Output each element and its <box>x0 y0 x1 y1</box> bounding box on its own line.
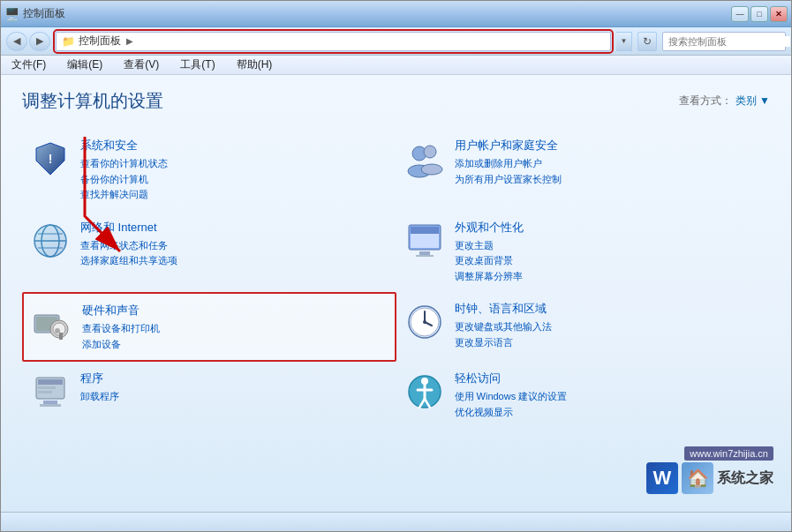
svg-rect-16 <box>416 255 434 257</box>
page-title: 调整计算机的设置 <box>22 89 163 113</box>
category-appearance: 外观和个性化 更改主题 更改桌面背景 调整屏幕分辨率 <box>396 211 771 293</box>
icon-programs <box>29 371 72 413</box>
maximize-button[interactable]: □ <box>751 6 768 22</box>
address-separator: ▶ <box>126 36 133 46</box>
sub-links-system-security: 查看你的计算机状态 备份你的计算机 查找并解决问题 <box>80 156 168 202</box>
icon-hardware <box>31 303 73 345</box>
category-user-accounts: 用户帐户和家庭安全 添加或删除用户帐户 为所有用户设置家长控制 <box>396 129 771 211</box>
watermark-url: www.win7zhijia.cn <box>684 446 773 461</box>
sub-links-network: 查看网络状态和任务 选择家庭组和共享选项 <box>80 238 177 268</box>
icon-clock <box>404 301 446 343</box>
icon-user-accounts <box>404 138 446 180</box>
sub-link-2-0[interactable]: 查看网络状态和任务 <box>80 238 177 253</box>
refresh-button[interactable]: ↻ <box>637 32 657 51</box>
svg-rect-32 <box>43 401 57 404</box>
status-bar <box>1 512 791 531</box>
sub-link-3-0[interactable]: 更改主题 <box>455 238 524 253</box>
sub-link-0-0[interactable]: 查看你的计算机状态 <box>80 156 168 171</box>
address-bar: ◀ ▶ 📁 控制面板 ▶ ▼ ↻ 🔍 <box>1 27 791 56</box>
close-button[interactable]: ✕ <box>770 6 788 22</box>
svg-rect-22 <box>59 333 63 340</box>
sub-link-4-0[interactable]: 查看设备和打印机 <box>82 321 160 336</box>
title-bar-left: 🖥️ 控制面板 <box>4 6 65 21</box>
menu-edit[interactable]: 编辑(E) <box>64 56 106 74</box>
sub-link-7-1[interactable]: 优化视频显示 <box>455 405 568 420</box>
svg-rect-15 <box>419 251 430 255</box>
category-title-user-accounts[interactable]: 用户帐户和家庭安全 <box>455 138 562 154</box>
main-content: 调整计算机的设置 查看方式： 类别 ▼ <box>1 75 791 512</box>
sub-links-hardware: 查看设备和打印机 添加设备 <box>82 321 160 351</box>
sub-link-1-0[interactable]: 添加或删除用户帐户 <box>455 156 562 171</box>
address-icon: 📁 <box>62 35 75 48</box>
back-button[interactable]: ◀ <box>6 32 27 51</box>
category-text-network: 网络和 Internet 查看网络状态和任务 选择家庭组和共享选项 <box>80 220 177 268</box>
sub-links-appearance: 更改主题 更改桌面背景 调整屏幕分辨率 <box>455 238 524 284</box>
view-selector: 查看方式： 类别 ▼ <box>679 94 770 109</box>
sub-link-0-2[interactable]: 查找并解决问题 <box>80 187 168 202</box>
category-title-network[interactable]: 网络和 Internet <box>80 220 177 236</box>
category-hardware: 硬件和声音 查看设备和打印机 添加设备 <box>22 292 396 362</box>
sub-link-6-0[interactable]: 卸载程序 <box>80 389 119 404</box>
svg-point-11 <box>34 225 66 257</box>
category-network: 网络和 Internet 查看网络状态和任务 选择家庭组和共享选项 <box>22 211 396 293</box>
sub-link-0-1[interactable]: 备份你的计算机 <box>80 172 168 187</box>
title-bar: 🖥️ 控制面板 — □ ✕ <box>1 1 791 27</box>
search-box[interactable]: 🔍 <box>662 32 786 51</box>
watermark-brand: 系统之家 <box>717 469 773 488</box>
forward-button[interactable]: ▶ <box>29 32 50 51</box>
category-title-clock[interactable]: 时钟、语言和区域 <box>455 301 552 317</box>
watermark-w-icon: W <box>646 462 678 494</box>
category-system-security: ! 系统和安全 查看你的计算机状态 备份你的计算机 查找并解决问题 <box>22 129 396 211</box>
sub-link-5-1[interactable]: 更改显示语言 <box>455 335 552 350</box>
category-title-appearance[interactable]: 外观和个性化 <box>455 220 524 236</box>
window-title: 控制面板 <box>23 6 65 21</box>
icon-appearance <box>404 220 446 262</box>
svg-rect-31 <box>38 391 52 393</box>
sub-link-7-0[interactable]: 使用 Windows 建议的设置 <box>455 389 568 404</box>
category-title-system-security[interactable]: 系统和安全 <box>80 138 168 154</box>
category-text-system-security: 系统和安全 查看你的计算机状态 备份你的计算机 查找并解决问题 <box>80 138 168 202</box>
sub-link-1-1[interactable]: 为所有用户设置家长控制 <box>455 172 562 187</box>
menu-help[interactable]: 帮助(H) <box>233 56 276 74</box>
sub-links-user-accounts: 添加或删除用户帐户 为所有用户设置家长控制 <box>455 156 562 186</box>
menu-file[interactable]: 文件(F) <box>8 56 49 74</box>
icon-system-security: ! <box>29 138 72 180</box>
svg-rect-29 <box>38 379 63 385</box>
svg-point-5 <box>421 164 442 175</box>
menu-bar: 文件(F) 编辑(E) 查看(V) 工具(T) 帮助(H) <box>1 56 791 75</box>
minimize-button[interactable]: — <box>731 6 749 22</box>
address-path: 控制面板 <box>79 34 121 49</box>
category-title-programs[interactable]: 程序 <box>80 371 119 386</box>
svg-rect-30 <box>38 386 56 389</box>
view-label: 查看方式： <box>679 94 732 109</box>
category-text-programs: 程序 卸载程序 <box>80 371 119 404</box>
icon-network <box>29 220 72 262</box>
svg-text:!: ! <box>49 152 53 166</box>
sub-link-4-1[interactable]: 添加设备 <box>82 337 160 352</box>
watermark-logo: W 🏠 系统之家 <box>646 462 773 494</box>
sub-link-3-1[interactable]: 更改桌面背景 <box>455 253 524 268</box>
category-title-accessibility[interactable]: 轻松访问 <box>455 371 568 386</box>
address-dropdown[interactable]: ▼ <box>616 32 632 51</box>
category-programs: 程序 卸载程序 <box>22 362 396 428</box>
window-controls: — □ ✕ <box>731 6 788 22</box>
address-box[interactable]: 📁 控制面板 ▶ <box>56 32 611 51</box>
menu-view[interactable]: 查看(V) <box>120 56 162 74</box>
sub-link-2-1[interactable]: 选择家庭组和共享选项 <box>80 253 177 268</box>
categories-grid: ! 系统和安全 查看你的计算机状态 备份你的计算机 查找并解决问题 <box>22 129 770 428</box>
category-text-user-accounts: 用户帐户和家庭安全 添加或删除用户帐户 为所有用户设置家长控制 <box>455 138 562 186</box>
svg-rect-33 <box>40 404 61 407</box>
sub-link-5-0[interactable]: 更改键盘或其他输入法 <box>455 319 552 334</box>
page-header: 调整计算机的设置 查看方式： 类别 ▼ <box>22 89 770 113</box>
menu-tools[interactable]: 工具(T) <box>177 56 218 74</box>
icon-accessibility <box>404 371 446 413</box>
svg-point-27 <box>423 320 426 324</box>
category-text-accessibility: 轻松访问 使用 Windows 建议的设置 优化视频显示 <box>455 371 568 419</box>
view-dropdown[interactable]: 类别 ▼ <box>735 94 770 109</box>
search-input[interactable] <box>668 36 790 47</box>
sub-link-3-2[interactable]: 调整屏幕分辨率 <box>455 269 524 284</box>
sub-links-clock: 更改键盘或其他输入法 更改显示语言 <box>455 319 552 349</box>
category-text-hardware: 硬件和声音 查看设备和打印机 添加设备 <box>82 303 160 351</box>
category-title-hardware[interactable]: 硬件和声音 <box>82 303 160 318</box>
category-clock: 时钟、语言和区域 更改键盘或其他输入法 更改显示语言 <box>396 292 771 362</box>
